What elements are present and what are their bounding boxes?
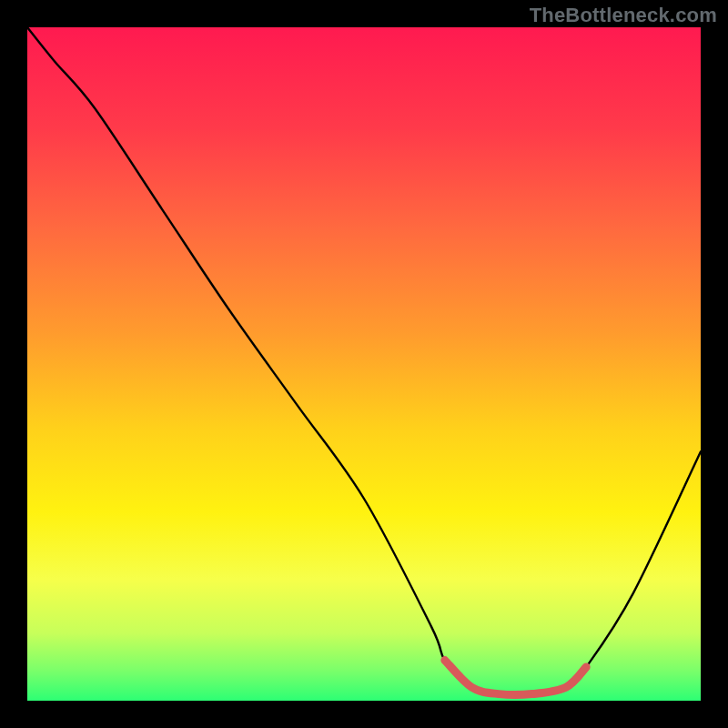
watermark-text: TheBottleneck.com	[530, 4, 717, 27]
chart-frame: TheBottleneck.com	[0, 0, 728, 728]
plot-background	[27, 27, 701, 701]
bottleneck-plot	[27, 27, 701, 701]
